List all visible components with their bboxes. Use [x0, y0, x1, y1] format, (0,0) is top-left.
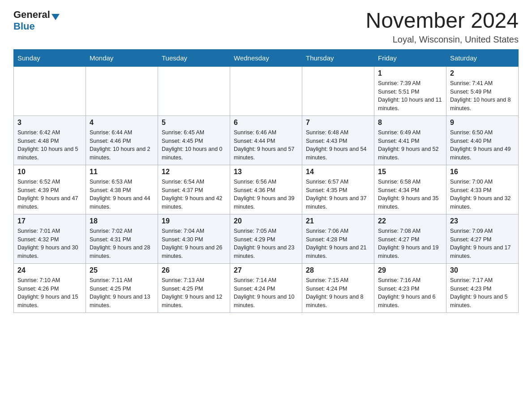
day-info: Sunrise: 7:05 AMSunset: 4:29 PMDaylight:…	[234, 227, 298, 261]
calendar-cell: 26Sunrise: 7:13 AMSunset: 4:25 PMDayligh…	[158, 263, 230, 313]
day-number: 26	[162, 266, 226, 274]
calendar-cell: 13Sunrise: 6:56 AMSunset: 4:36 PMDayligh…	[230, 165, 302, 214]
calendar-cell: 2Sunrise: 7:41 AMSunset: 5:49 PMDaylight…	[446, 66, 519, 116]
day-info: Sunrise: 7:04 AMSunset: 4:30 PMDaylight:…	[162, 227, 226, 261]
day-number: 13	[234, 168, 298, 176]
day-info: Sunrise: 7:17 AMSunset: 4:23 PMDaylight:…	[450, 276, 515, 310]
day-number: 2	[450, 69, 515, 77]
day-info: Sunrise: 7:10 AMSunset: 4:26 PMDaylight:…	[17, 276, 82, 310]
calendar-cell	[14, 66, 86, 116]
day-info: Sunrise: 6:44 AMSunset: 4:46 PMDaylight:…	[90, 128, 154, 162]
calendar-table: SundayMondayTuesdayWednesdayThursdayFrid…	[13, 49, 519, 313]
day-number: 7	[306, 119, 370, 127]
calendar-cell	[230, 66, 302, 116]
day-info: Sunrise: 7:08 AMSunset: 4:27 PMDaylight:…	[378, 227, 442, 261]
calendar-week-row: 1Sunrise: 7:39 AMSunset: 5:51 PMDaylight…	[14, 66, 519, 116]
day-number: 19	[162, 217, 226, 225]
day-number: 10	[17, 168, 82, 176]
calendar-cell: 30Sunrise: 7:17 AMSunset: 4:23 PMDayligh…	[446, 263, 519, 313]
day-number: 23	[450, 217, 515, 225]
day-number: 16	[450, 168, 515, 176]
calendar-week-row: 3Sunrise: 6:42 AMSunset: 4:48 PMDaylight…	[14, 116, 519, 165]
logo-arrow-icon	[51, 14, 60, 20]
day-info: Sunrise: 7:41 AMSunset: 5:49 PMDaylight:…	[450, 79, 515, 113]
day-number: 30	[450, 266, 515, 274]
day-number: 4	[90, 119, 154, 127]
logo: General Blue	[13, 9, 60, 32]
calendar-week-row: 24Sunrise: 7:10 AMSunset: 4:26 PMDayligh…	[14, 263, 519, 313]
calendar-cell: 10Sunrise: 6:52 AMSunset: 4:39 PMDayligh…	[14, 165, 86, 214]
day-info: Sunrise: 6:52 AMSunset: 4:39 PMDaylight:…	[17, 178, 82, 211]
calendar-cell: 17Sunrise: 7:01 AMSunset: 4:32 PMDayligh…	[14, 214, 86, 263]
day-number: 29	[378, 266, 442, 274]
day-number: 25	[90, 266, 154, 274]
day-info: Sunrise: 7:11 AMSunset: 4:25 PMDaylight:…	[90, 276, 154, 310]
calendar-cell: 20Sunrise: 7:05 AMSunset: 4:29 PMDayligh…	[230, 214, 302, 263]
day-number: 17	[17, 217, 82, 225]
logo-general-text: General	[13, 9, 50, 21]
day-info: Sunrise: 7:39 AMSunset: 5:51 PMDaylight:…	[378, 79, 442, 113]
day-number: 20	[234, 217, 298, 225]
calendar-cell: 22Sunrise: 7:08 AMSunset: 4:27 PMDayligh…	[374, 214, 446, 263]
calendar-cell: 24Sunrise: 7:10 AMSunset: 4:26 PMDayligh…	[14, 263, 86, 313]
day-number: 9	[450, 119, 515, 127]
day-info: Sunrise: 7:14 AMSunset: 4:24 PMDaylight:…	[234, 276, 298, 310]
month-title: November 2024	[365, 9, 519, 33]
day-info: Sunrise: 6:57 AMSunset: 4:35 PMDaylight:…	[306, 178, 370, 211]
day-number: 11	[90, 168, 154, 176]
calendar-week-row: 17Sunrise: 7:01 AMSunset: 4:32 PMDayligh…	[14, 214, 519, 263]
calendar-header-saturday: Saturday	[446, 49, 519, 66]
day-number: 3	[17, 119, 82, 127]
day-info: Sunrise: 7:02 AMSunset: 4:31 PMDaylight:…	[90, 227, 154, 261]
calendar-cell: 29Sunrise: 7:16 AMSunset: 4:23 PMDayligh…	[374, 263, 446, 313]
calendar-cell: 15Sunrise: 6:58 AMSunset: 4:34 PMDayligh…	[374, 165, 446, 214]
day-info: Sunrise: 6:50 AMSunset: 4:40 PMDaylight:…	[450, 128, 515, 162]
day-number: 21	[306, 217, 370, 225]
calendar-cell	[302, 66, 374, 116]
calendar-header-row: SundayMondayTuesdayWednesdayThursdayFrid…	[14, 49, 519, 66]
day-number: 15	[378, 168, 442, 176]
day-number: 27	[234, 266, 298, 274]
day-info: Sunrise: 7:13 AMSunset: 4:25 PMDaylight:…	[162, 276, 226, 310]
calendar-cell	[158, 66, 230, 116]
day-info: Sunrise: 6:45 AMSunset: 4:45 PMDaylight:…	[162, 128, 226, 162]
day-number: 1	[378, 69, 442, 77]
calendar-cell: 14Sunrise: 6:57 AMSunset: 4:35 PMDayligh…	[302, 165, 374, 214]
calendar-cell: 4Sunrise: 6:44 AMSunset: 4:46 PMDaylight…	[86, 116, 158, 165]
calendar-header-monday: Monday	[86, 49, 158, 66]
day-number: 28	[306, 266, 370, 274]
day-number: 8	[378, 119, 442, 127]
day-info: Sunrise: 6:46 AMSunset: 4:44 PMDaylight:…	[234, 128, 298, 162]
calendar-cell: 12Sunrise: 6:54 AMSunset: 4:37 PMDayligh…	[158, 165, 230, 214]
day-info: Sunrise: 7:09 AMSunset: 4:27 PMDaylight:…	[450, 227, 515, 261]
day-number: 12	[162, 168, 226, 176]
calendar-header-thursday: Thursday	[302, 49, 374, 66]
day-number: 24	[17, 266, 82, 274]
calendar-cell	[86, 66, 158, 116]
calendar-week-row: 10Sunrise: 6:52 AMSunset: 4:39 PMDayligh…	[14, 165, 519, 214]
day-info: Sunrise: 6:54 AMSunset: 4:37 PMDaylight:…	[162, 178, 226, 211]
day-number: 18	[90, 217, 154, 225]
location-title: Loyal, Wisconsin, United States	[365, 34, 519, 45]
day-info: Sunrise: 6:53 AMSunset: 4:38 PMDaylight:…	[90, 178, 154, 211]
calendar-header-sunday: Sunday	[14, 49, 86, 66]
calendar-cell: 28Sunrise: 7:15 AMSunset: 4:24 PMDayligh…	[302, 263, 374, 313]
day-number: 14	[306, 168, 370, 176]
calendar-cell: 23Sunrise: 7:09 AMSunset: 4:27 PMDayligh…	[446, 214, 519, 263]
day-number: 22	[378, 217, 442, 225]
page-header: General Blue November 2024 Loyal, Wiscon…	[13, 9, 519, 45]
calendar-cell: 19Sunrise: 7:04 AMSunset: 4:30 PMDayligh…	[158, 214, 230, 263]
day-number: 5	[162, 119, 226, 127]
logo-blue-text: Blue	[13, 21, 35, 32]
calendar-cell: 18Sunrise: 7:02 AMSunset: 4:31 PMDayligh…	[86, 214, 158, 263]
calendar-cell: 7Sunrise: 6:48 AMSunset: 4:43 PMDaylight…	[302, 116, 374, 165]
calendar-cell: 1Sunrise: 7:39 AMSunset: 5:51 PMDaylight…	[374, 66, 446, 116]
calendar-cell: 9Sunrise: 6:50 AMSunset: 4:40 PMDaylight…	[446, 116, 519, 165]
calendar-header-tuesday: Tuesday	[158, 49, 230, 66]
calendar-cell: 3Sunrise: 6:42 AMSunset: 4:48 PMDaylight…	[14, 116, 86, 165]
calendar-cell: 6Sunrise: 6:46 AMSunset: 4:44 PMDaylight…	[230, 116, 302, 165]
calendar-header-wednesday: Wednesday	[230, 49, 302, 66]
title-block: November 2024 Loyal, Wisconsin, United S…	[365, 9, 519, 45]
calendar-cell: 8Sunrise: 6:49 AMSunset: 4:41 PMDaylight…	[374, 116, 446, 165]
calendar-cell: 25Sunrise: 7:11 AMSunset: 4:25 PMDayligh…	[86, 263, 158, 313]
